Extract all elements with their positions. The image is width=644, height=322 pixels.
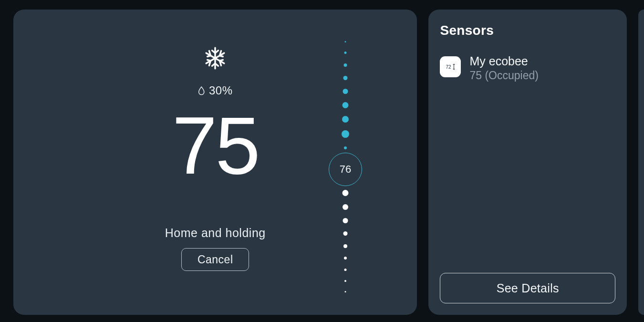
current-temperature: 75 <box>172 105 259 186</box>
droplet-icon <box>198 86 205 95</box>
sensors-card: Sensors 72 My ecobee 75 (Occupied) See D… <box>428 10 627 315</box>
sensor-status: 75 (Occupied) <box>469 69 538 82</box>
next-card-peek <box>638 10 644 315</box>
cancel-button[interactable]: Cancel <box>181 248 249 271</box>
sensor-item[interactable]: 72 My ecobee 75 (Occupied) <box>440 54 615 82</box>
sensors-title: Sensors <box>440 23 615 38</box>
humidity-display: 30% <box>198 84 233 97</box>
device-icon-temp: 72 <box>446 64 451 70</box>
thermostat-card: 30% 75 Home and holding Cancel 76 <box>13 10 417 315</box>
setpoint-value: 76 <box>340 163 351 176</box>
status-text: Home and holding <box>165 226 266 240</box>
setpoint-handle[interactable]: 76 <box>329 153 362 186</box>
thermostat-device-icon: 72 <box>440 56 461 77</box>
see-details-button[interactable]: See Details <box>440 273 615 303</box>
humidity-value: 30% <box>209 84 233 97</box>
sensor-name: My ecobee <box>469 54 538 68</box>
snowflake-icon <box>203 46 228 73</box>
temperature-slider[interactable]: 76 <box>326 41 364 299</box>
